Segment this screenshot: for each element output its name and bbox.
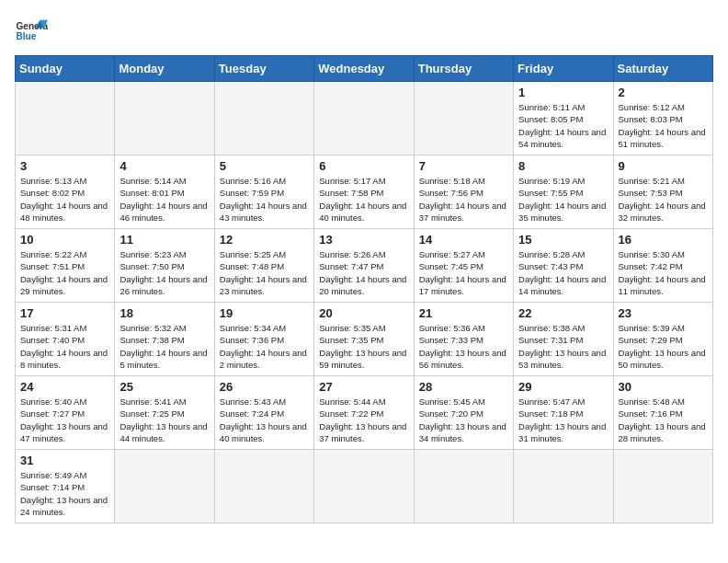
- calendar-cell: [115, 82, 214, 155]
- weekday-header-monday: Monday: [115, 56, 214, 82]
- calendar-cell: [214, 450, 313, 523]
- day-number: 3: [20, 159, 109, 173]
- day-info: Sunrise: 5:14 AM Sunset: 8:01 PM Dayligh…: [119, 175, 209, 224]
- day-number: 23: [619, 306, 708, 320]
- weekday-header-thursday: Thursday: [414, 56, 513, 82]
- day-info: Sunrise: 5:31 AM Sunset: 7:40 PM Dayligh…: [20, 322, 109, 371]
- calendar-cell: 7Sunrise: 5:18 AM Sunset: 7:56 PM Daylig…: [414, 155, 513, 229]
- day-info: Sunrise: 5:38 AM Sunset: 7:31 PM Dayligh…: [518, 322, 608, 371]
- calendar-cell: 13Sunrise: 5:26 AM Sunset: 7:47 PM Dayli…: [314, 229, 414, 303]
- calendar-cell: 19Sunrise: 5:34 AM Sunset: 7:36 PM Dayli…: [214, 303, 313, 376]
- day-info: Sunrise: 5:26 AM Sunset: 7:47 PM Dayligh…: [319, 248, 408, 297]
- day-info: Sunrise: 5:44 AM Sunset: 7:22 PM Dayligh…: [319, 396, 408, 444]
- day-number: 9: [619, 159, 708, 173]
- day-info: Sunrise: 5:34 AM Sunset: 7:36 PM Dayligh…: [220, 322, 309, 371]
- day-info: Sunrise: 5:35 AM Sunset: 7:35 PM Dayligh…: [319, 322, 408, 371]
- day-number: 21: [419, 306, 508, 320]
- calendar-cell: 25Sunrise: 5:41 AM Sunset: 7:25 PM Dayli…: [115, 376, 214, 450]
- day-number: 31: [20, 454, 109, 467]
- generalblue-logo-icon: General Blue: [15, 15, 48, 48]
- calendar-cell: 16Sunrise: 5:30 AM Sunset: 7:42 PM Dayli…: [613, 229, 712, 303]
- calendar-cell: [16, 82, 115, 155]
- day-number: 27: [319, 380, 408, 394]
- calendar-cell: [314, 450, 414, 523]
- calendar-cell: 23Sunrise: 5:39 AM Sunset: 7:29 PM Dayli…: [613, 303, 712, 376]
- day-info: Sunrise: 5:19 AM Sunset: 7:55 PM Dayligh…: [518, 175, 608, 224]
- calendar-week-row: 3Sunrise: 5:13 AM Sunset: 8:02 PM Daylig…: [16, 155, 713, 229]
- day-info: Sunrise: 5:12 AM Sunset: 8:03 PM Dayligh…: [619, 101, 708, 150]
- day-number: 19: [220, 306, 309, 320]
- calendar-cell: 4Sunrise: 5:14 AM Sunset: 8:01 PM Daylig…: [115, 155, 214, 229]
- calendar-week-row: 24Sunrise: 5:40 AM Sunset: 7:27 PM Dayli…: [16, 376, 713, 450]
- day-number: 17: [20, 306, 109, 320]
- day-info: Sunrise: 5:40 AM Sunset: 7:27 PM Dayligh…: [20, 396, 109, 444]
- calendar-cell: 2Sunrise: 5:12 AM Sunset: 8:03 PM Daylig…: [613, 82, 712, 155]
- day-info: Sunrise: 5:39 AM Sunset: 7:29 PM Dayligh…: [619, 322, 708, 371]
- day-number: 10: [20, 233, 109, 247]
- day-number: 24: [20, 380, 109, 394]
- calendar-cell: 15Sunrise: 5:28 AM Sunset: 7:43 PM Dayli…: [514, 229, 613, 303]
- calendar-cell: 20Sunrise: 5:35 AM Sunset: 7:35 PM Dayli…: [314, 303, 414, 376]
- calendar-cell: 3Sunrise: 5:13 AM Sunset: 8:02 PM Daylig…: [16, 155, 115, 229]
- day-number: 18: [119, 306, 209, 320]
- day-number: 2: [619, 86, 708, 99]
- day-info: Sunrise: 5:11 AM Sunset: 8:05 PM Dayligh…: [518, 101, 608, 150]
- day-info: Sunrise: 5:47 AM Sunset: 7:18 PM Dayligh…: [518, 396, 608, 444]
- weekday-header-sunday: Sunday: [16, 56, 115, 82]
- day-number: 6: [319, 159, 408, 173]
- calendar-cell: 9Sunrise: 5:21 AM Sunset: 7:53 PM Daylig…: [613, 155, 712, 229]
- day-number: 26: [220, 380, 309, 394]
- day-info: Sunrise: 5:49 AM Sunset: 7:14 PM Dayligh…: [20, 469, 109, 518]
- day-number: 12: [220, 233, 309, 247]
- day-number: 16: [619, 233, 708, 247]
- calendar-cell: 18Sunrise: 5:32 AM Sunset: 7:38 PM Dayli…: [115, 303, 214, 376]
- day-info: Sunrise: 5:17 AM Sunset: 7:58 PM Dayligh…: [319, 175, 408, 224]
- calendar-cell: 1Sunrise: 5:11 AM Sunset: 8:05 PM Daylig…: [514, 82, 613, 155]
- day-info: Sunrise: 5:23 AM Sunset: 7:50 PM Dayligh…: [119, 248, 209, 297]
- day-number: 20: [319, 306, 408, 320]
- calendar-cell: 8Sunrise: 5:19 AM Sunset: 7:55 PM Daylig…: [514, 155, 613, 229]
- weekday-header-wednesday: Wednesday: [314, 56, 414, 82]
- day-number: 13: [319, 233, 408, 247]
- weekday-header-friday: Friday: [514, 56, 613, 82]
- calendar-cell: 21Sunrise: 5:36 AM Sunset: 7:33 PM Dayli…: [414, 303, 513, 376]
- day-number: 28: [419, 380, 508, 394]
- calendar-cell: 28Sunrise: 5:45 AM Sunset: 7:20 PM Dayli…: [414, 376, 513, 450]
- day-info: Sunrise: 5:48 AM Sunset: 7:16 PM Dayligh…: [619, 396, 708, 444]
- calendar-cell: 30Sunrise: 5:48 AM Sunset: 7:16 PM Dayli…: [613, 376, 712, 450]
- calendar-cell: 22Sunrise: 5:38 AM Sunset: 7:31 PM Dayli…: [514, 303, 613, 376]
- calendar-week-row: 17Sunrise: 5:31 AM Sunset: 7:40 PM Dayli…: [16, 303, 713, 376]
- svg-text:Blue: Blue: [16, 31, 36, 41]
- calendar-cell: [314, 82, 414, 155]
- calendar-week-row: 10Sunrise: 5:22 AM Sunset: 7:51 PM Dayli…: [16, 229, 713, 303]
- day-info: Sunrise: 5:21 AM Sunset: 7:53 PM Dayligh…: [619, 175, 708, 224]
- day-info: Sunrise: 5:45 AM Sunset: 7:20 PM Dayligh…: [419, 396, 508, 444]
- day-number: 11: [119, 233, 209, 247]
- calendar-cell: 6Sunrise: 5:17 AM Sunset: 7:58 PM Daylig…: [314, 155, 414, 229]
- day-info: Sunrise: 5:30 AM Sunset: 7:42 PM Dayligh…: [619, 248, 708, 297]
- calendar-cell: 10Sunrise: 5:22 AM Sunset: 7:51 PM Dayli…: [16, 229, 115, 303]
- calendar-cell: 17Sunrise: 5:31 AM Sunset: 7:40 PM Dayli…: [16, 303, 115, 376]
- calendar-cell: [414, 82, 513, 155]
- day-info: Sunrise: 5:22 AM Sunset: 7:51 PM Dayligh…: [20, 248, 109, 297]
- calendar-cell: 24Sunrise: 5:40 AM Sunset: 7:27 PM Dayli…: [16, 376, 115, 450]
- day-info: Sunrise: 5:28 AM Sunset: 7:43 PM Dayligh…: [518, 248, 608, 297]
- calendar-cell: 27Sunrise: 5:44 AM Sunset: 7:22 PM Dayli…: [314, 376, 414, 450]
- day-number: 25: [119, 380, 209, 394]
- day-info: Sunrise: 5:18 AM Sunset: 7:56 PM Dayligh…: [419, 175, 508, 224]
- day-number: 30: [619, 380, 708, 394]
- calendar-table: SundayMondayTuesdayWednesdayThursdayFrid…: [15, 55, 713, 523]
- day-info: Sunrise: 5:32 AM Sunset: 7:38 PM Dayligh…: [119, 322, 209, 371]
- calendar-cell: 29Sunrise: 5:47 AM Sunset: 7:18 PM Dayli…: [514, 376, 613, 450]
- day-info: Sunrise: 5:36 AM Sunset: 7:33 PM Dayligh…: [419, 322, 508, 371]
- day-number: 7: [419, 159, 508, 173]
- calendar-cell: [214, 82, 313, 155]
- calendar-cell: 12Sunrise: 5:25 AM Sunset: 7:48 PM Dayli…: [214, 229, 313, 303]
- page-header: General Blue: [15, 15, 713, 48]
- day-info: Sunrise: 5:43 AM Sunset: 7:24 PM Dayligh…: [220, 396, 309, 444]
- calendar-cell: 11Sunrise: 5:23 AM Sunset: 7:50 PM Dayli…: [115, 229, 214, 303]
- logo: General Blue: [15, 15, 48, 48]
- day-info: Sunrise: 5:13 AM Sunset: 8:02 PM Dayligh…: [20, 175, 109, 224]
- day-info: Sunrise: 5:25 AM Sunset: 7:48 PM Dayligh…: [220, 248, 309, 297]
- day-info: Sunrise: 5:27 AM Sunset: 7:45 PM Dayligh…: [419, 248, 508, 297]
